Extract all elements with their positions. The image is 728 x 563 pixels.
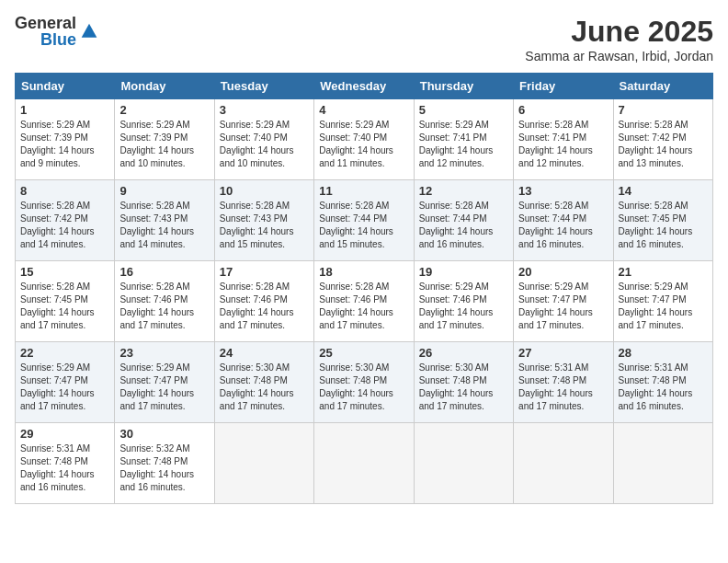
- location-title: Samma ar Rawsan, Irbid, Jordan: [525, 49, 713, 63]
- day-15: 15 Sunrise: 5:28 AMSunset: 7:45 PMDaylig…: [16, 261, 115, 342]
- day-27: 27 Sunrise: 5:31 AMSunset: 7:48 PMDaylig…: [514, 342, 613, 423]
- col-thursday: Thursday: [414, 74, 513, 99]
- col-friday: Friday: [514, 74, 613, 99]
- week-row-4: 22 Sunrise: 5:29 AMSunset: 7:47 PMDaylig…: [16, 342, 713, 423]
- day-14: 14 Sunrise: 5:28 AMSunset: 7:45 PMDaylig…: [613, 180, 712, 261]
- empty-cell-4: [514, 423, 613, 504]
- empty-cell-2: [314, 423, 414, 504]
- day-30: 30 Sunrise: 5:32 AMSunset: 7:48 PMDaylig…: [115, 423, 214, 504]
- day-7: 7 Sunrise: 5:28 AMSunset: 7:42 PMDayligh…: [613, 99, 712, 180]
- day-2: 2 Sunrise: 5:29 AMSunset: 7:39 PMDayligh…: [115, 99, 214, 180]
- day-10: 10 Sunrise: 5:28 AMSunset: 7:43 PMDaylig…: [214, 180, 313, 261]
- day-12: 12 Sunrise: 5:28 AMSunset: 7:44 PMDaylig…: [414, 180, 513, 261]
- week-row-1: 1 Sunrise: 5:29 AMSunset: 7:39 PMDayligh…: [16, 99, 713, 180]
- month-title: June 2025: [525, 15, 713, 49]
- day-6: 6 Sunrise: 5:28 AMSunset: 7:41 PMDayligh…: [514, 99, 613, 180]
- day-25: 25 Sunrise: 5:30 AMSunset: 7:48 PMDaylig…: [314, 342, 414, 423]
- day-5: 5 Sunrise: 5:29 AMSunset: 7:41 PMDayligh…: [414, 99, 513, 180]
- col-tuesday: Tuesday: [214, 74, 313, 99]
- day-22: 22 Sunrise: 5:29 AMSunset: 7:47 PMDaylig…: [16, 342, 115, 423]
- logo-icon: [80, 22, 98, 40]
- day-3: 3 Sunrise: 5:29 AMSunset: 7:40 PMDayligh…: [214, 99, 313, 180]
- logo-general: General: [15, 15, 76, 31]
- page-header: General Blue June 2025 Samma ar Rawsan, …: [15, 15, 713, 63]
- day-13: 13 Sunrise: 5:28 AMSunset: 7:44 PMDaylig…: [514, 180, 613, 261]
- title-area: June 2025 Samma ar Rawsan, Irbid, Jordan: [525, 15, 713, 63]
- day-9: 9 Sunrise: 5:28 AMSunset: 7:43 PMDayligh…: [115, 180, 214, 261]
- day-24: 24 Sunrise: 5:30 AMSunset: 7:48 PMDaylig…: [214, 342, 313, 423]
- day-23: 23 Sunrise: 5:29 AMSunset: 7:47 PMDaylig…: [115, 342, 214, 423]
- svg-marker-0: [82, 24, 97, 38]
- week-row-5: 29 Sunrise: 5:31 AMSunset: 7:48 PMDaylig…: [16, 423, 713, 504]
- week-row-3: 15 Sunrise: 5:28 AMSunset: 7:45 PMDaylig…: [16, 261, 713, 342]
- day-20: 20 Sunrise: 5:29 AMSunset: 7:47 PMDaylig…: [514, 261, 613, 342]
- col-sunday: Sunday: [16, 74, 115, 99]
- day-8: 8 Sunrise: 5:28 AMSunset: 7:42 PMDayligh…: [16, 180, 115, 261]
- day-11: 11 Sunrise: 5:28 AMSunset: 7:44 PMDaylig…: [314, 180, 414, 261]
- empty-cell-1: [214, 423, 313, 504]
- day-19: 19 Sunrise: 5:29 AMSunset: 7:46 PMDaylig…: [414, 261, 513, 342]
- week-row-2: 8 Sunrise: 5:28 AMSunset: 7:42 PMDayligh…: [16, 180, 713, 261]
- calendar-header-row: Sunday Monday Tuesday Wednesday Thursday…: [16, 74, 713, 99]
- day-26: 26 Sunrise: 5:30 AMSunset: 7:48 PMDaylig…: [414, 342, 513, 423]
- empty-cell-5: [613, 423, 712, 504]
- empty-cell-3: [414, 423, 513, 504]
- col-saturday: Saturday: [613, 74, 712, 99]
- day-18: 18 Sunrise: 5:28 AMSunset: 7:46 PMDaylig…: [314, 261, 414, 342]
- day-17: 17 Sunrise: 5:28 AMSunset: 7:46 PMDaylig…: [214, 261, 313, 342]
- col-monday: Monday: [115, 74, 214, 99]
- logo-blue: Blue: [40, 31, 76, 48]
- day-1: 1 Sunrise: 5:29 AMSunset: 7:39 PMDayligh…: [16, 99, 115, 180]
- day-28: 28 Sunrise: 5:31 AMSunset: 7:48 PMDaylig…: [613, 342, 712, 423]
- calendar-table: Sunday Monday Tuesday Wednesday Thursday…: [15, 73, 713, 504]
- day-4: 4 Sunrise: 5:29 AMSunset: 7:40 PMDayligh…: [314, 99, 414, 180]
- day-16: 16 Sunrise: 5:28 AMSunset: 7:46 PMDaylig…: [115, 261, 214, 342]
- day-29: 29 Sunrise: 5:31 AMSunset: 7:48 PMDaylig…: [16, 423, 115, 504]
- logo: General Blue: [15, 15, 98, 48]
- col-wednesday: Wednesday: [314, 74, 414, 99]
- day-21: 21 Sunrise: 5:29 AMSunset: 7:47 PMDaylig…: [613, 261, 712, 342]
